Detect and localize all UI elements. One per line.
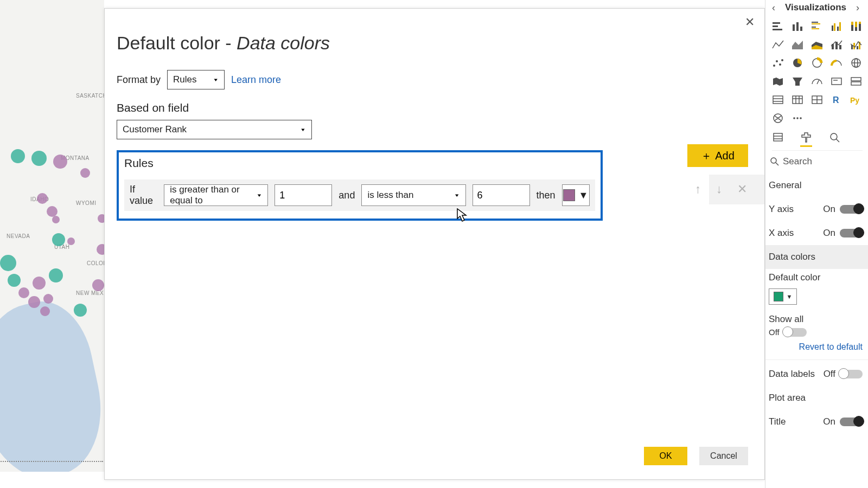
- prop-y-axis[interactable]: Y axis On: [769, 197, 863, 221]
- gauge-chart-icon[interactable]: [828, 55, 845, 70]
- prop-plot-area[interactable]: Plot area: [769, 386, 863, 410]
- donut-chart-icon[interactable]: [809, 55, 825, 70]
- svg-line-61: [836, 139, 839, 142]
- learn-more-link[interactable]: Learn more: [231, 74, 281, 86]
- format-by-label: Format by: [117, 74, 161, 86]
- funnel-chart-icon[interactable]: [789, 74, 806, 89]
- arcgis-map-icon[interactable]: [770, 111, 786, 126]
- visualizations-title: Visualizations: [785, 2, 846, 13]
- x-axis-toggle[interactable]: [840, 229, 863, 237]
- rule-operator-2-select[interactable]: is less than▼: [361, 184, 465, 206]
- y-axis-toggle[interactable]: [840, 205, 863, 214]
- svg-point-53: [774, 114, 782, 123]
- line-clustered-column-icon[interactable]: [848, 37, 864, 52]
- hundred-stacked-column-icon[interactable]: [848, 18, 864, 34]
- svg-line-63: [776, 163, 778, 165]
- svg-rect-5: [800, 27, 802, 31]
- format-by-select[interactable]: Rules▼: [167, 70, 225, 89]
- based-on-field-select[interactable]: Customer Rank▼: [117, 120, 312, 139]
- prop-general[interactable]: General: [769, 174, 863, 197]
- data-labels-toggle[interactable]: [840, 370, 863, 378]
- svg-rect-17: [855, 22, 857, 27]
- table-icon[interactable]: [770, 92, 786, 107]
- svg-text:R: R: [833, 95, 839, 105]
- prop-data-labels[interactable]: Data labels Off: [769, 362, 863, 386]
- map-background: SASKATCH MONTANA IDAHO WYOMI NEVADA UTAH…: [0, 0, 104, 472]
- ok-button[interactable]: OK: [644, 447, 687, 465]
- treemap-icon[interactable]: [809, 74, 825, 89]
- rule-row-actions: ↑ ↓ ✕: [695, 182, 747, 196]
- add-rule-button[interactable]: ＋ Add: [687, 144, 748, 167]
- prop-x-axis[interactable]: X axis On: [769, 221, 863, 245]
- more-visuals-icon[interactable]: [789, 111, 806, 126]
- scatter-chart-icon[interactable]: [770, 55, 786, 70]
- stacked-bar-chart-icon[interactable]: [770, 18, 786, 34]
- color-swatch: [563, 189, 575, 201]
- pane-forward-icon[interactable]: ›: [853, 2, 863, 14]
- cancel-button[interactable]: Cancel: [699, 447, 748, 465]
- svg-rect-22: [839, 45, 841, 49]
- map-label-colo: COLOR: [87, 260, 104, 266]
- area-chart-icon[interactable]: [789, 37, 806, 52]
- map-label-sask: SASKATCH: [76, 93, 104, 99]
- revert-to-default-link[interactable]: Revert to default: [769, 342, 863, 352]
- pie-chart-icon[interactable]: [789, 55, 806, 70]
- title-toggle[interactable]: [840, 418, 863, 426]
- and-label: and: [339, 190, 355, 201]
- r-visual-icon[interactable]: R: [828, 92, 845, 107]
- clustered-column-chart-icon[interactable]: [828, 18, 845, 34]
- map-icon[interactable]: [848, 55, 864, 70]
- chevron-down-icon: ▼: [787, 293, 793, 300]
- pane-back-icon[interactable]: ‹: [769, 2, 778, 14]
- svg-point-56: [800, 117, 802, 119]
- move-up-icon[interactable]: ↑: [695, 182, 701, 196]
- rule-value-1-input[interactable]: [275, 184, 332, 206]
- clustered-bar-chart-icon[interactable]: [809, 18, 825, 34]
- if-value-label: If value: [130, 184, 157, 207]
- multi-row-card-icon[interactable]: [848, 74, 864, 89]
- dialog-title: Default color - Data colors: [117, 33, 752, 54]
- slicer-icon[interactable]: [809, 92, 825, 107]
- matrix-icon[interactable]: [789, 92, 806, 107]
- prop-default-color-label: Default color: [769, 269, 863, 286]
- svg-point-27: [773, 65, 775, 67]
- svg-rect-19: [859, 22, 861, 24]
- rule-operator-1-select[interactable]: is greater than or equal to▼: [164, 184, 268, 206]
- plus-icon: ＋: [701, 149, 712, 163]
- prop-title[interactable]: Title On: [769, 410, 863, 434]
- svg-rect-3: [793, 24, 795, 31]
- svg-rect-40: [851, 82, 861, 85]
- line-chart-icon[interactable]: [770, 37, 786, 52]
- svg-rect-13: [839, 22, 841, 31]
- analytics-tab-icon[interactable]: [828, 131, 840, 147]
- svg-point-55: [796, 117, 799, 119]
- python-visual-icon[interactable]: Py: [848, 92, 864, 107]
- show-all-toggle[interactable]: [784, 328, 807, 337]
- stacked-area-chart-icon[interactable]: [809, 37, 825, 52]
- card-icon[interactable]: [828, 74, 845, 89]
- svg-rect-1: [773, 25, 778, 27]
- close-icon[interactable]: ✕: [745, 15, 755, 29]
- search-label[interactable]: Search: [783, 156, 812, 167]
- svg-rect-37: [832, 78, 841, 85]
- prop-data-colors[interactable]: Data colors: [765, 245, 868, 269]
- rule-color-picker[interactable]: ▼: [562, 184, 590, 206]
- move-down-icon[interactable]: ↓: [716, 182, 722, 196]
- rules-label: Rules: [124, 157, 595, 170]
- rule-value-2-input[interactable]: [473, 184, 530, 206]
- svg-point-28: [776, 60, 778, 62]
- chevron-down-icon: ▼: [454, 193, 460, 197]
- default-color-picker[interactable]: ▼: [769, 288, 797, 305]
- chevron-down-icon: ▼: [578, 190, 588, 201]
- svg-rect-57: [774, 133, 782, 141]
- format-tab-icon[interactable]: [800, 131, 812, 147]
- map-label-nev: NEVADA: [7, 233, 30, 239]
- visualizations-pane: ‹ Visualizations › R Py: [765, 0, 868, 488]
- svg-rect-8: [812, 27, 816, 28]
- line-stacked-column-icon[interactable]: [828, 37, 845, 52]
- svg-point-54: [793, 117, 795, 119]
- delete-rule-icon[interactable]: ✕: [737, 182, 747, 196]
- filled-map-icon[interactable]: [770, 74, 786, 89]
- fields-tab-icon[interactable]: [772, 131, 784, 147]
- stacked-column-chart-icon[interactable]: [789, 18, 806, 34]
